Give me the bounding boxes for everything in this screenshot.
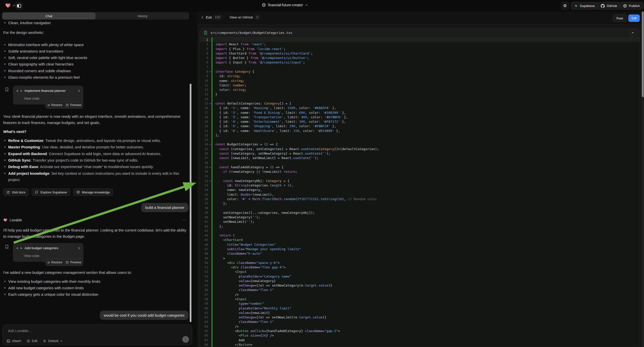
bullet-dot [4,22,6,24]
diff-toggle-button[interactable]: Diff [628,14,640,22]
model-selector[interactable]: Default [43,339,62,343]
code-text: const defaultCategories: Category[] = [ [212,101,640,106]
line-number: 18 [200,115,212,120]
bookmark-icon[interactable] [5,87,9,92]
line-number: 35 [200,192,212,197]
edit-button[interactable]: Edit [27,339,37,343]
code-line: 25 const [categories, setCategories] = R… [200,147,640,151]
line-number: 1 [200,38,212,42]
view-on-github-link[interactable]: View on GitHub [230,16,253,19]
code-text: { id: '6', name: 'Healthcare', limit: 15… [212,129,640,133]
chat-scrollbar-thumb[interactable] [190,84,192,322]
chat-input-actions: Attach Edit Default [7,339,62,343]
fold-chevron-icon[interactable] [209,144,211,145]
raw-toggle-button[interactable]: Raw [613,14,626,22]
assistant-help-text: I'll help you add budget categories to t… [3,227,188,240]
restore-button[interactable]: ↺ Restore [47,103,62,107]
code-line: 28 [200,160,640,165]
code-line: 35 limit: Number(newLimit), [200,192,640,197]
version-card-title: Add budget categories [25,246,75,250]
code-line: 14 [200,97,640,101]
code-line: 12 color: string; [200,88,640,92]
lovable-logo-heart-icon[interactable] [5,3,11,8]
github-icon [601,4,605,8]
fold-chevron-icon[interactable] [209,71,211,73]
file-added-icon [204,30,207,35]
code-line: 4import ChartCard from '@/components/ui/… [200,51,640,56]
code-text: const [newCategory, setNewCategory] = Re… [212,151,640,156]
view-code-link[interactable]: View code [24,96,39,100]
code-text [212,38,640,42]
code-line: 15const defaultCategories: Category[] = … [200,101,640,106]
project-switcher[interactable]: financial-future-creator [262,3,308,7]
line-number: 64 [200,324,212,329]
top-bar: financial-future-creator ⚙ Supabase GitH… [0,0,644,12]
attach-button[interactable]: Attach [7,339,21,343]
code-line: 55 onChange={(e) => setNewCategory(e.tar… [200,283,640,288]
line-number: 63 [200,320,212,324]
line-number: 47 [200,247,212,252]
collapse-file-button[interactable] [630,30,636,36]
diff-file-header[interactable]: src/components/budget/BudgetCategories.t… [200,28,640,38]
version-card-title: Implement financial planner [25,89,75,92]
code-line: 33 id: String(categories.length + 1), [200,183,640,188]
view-code-link[interactable]: View code [24,254,39,258]
tab-chat[interactable]: Chat [2,12,96,20]
publish-button[interactable]: Publish [620,2,643,10]
whats-next-heading: What's next? [3,130,26,134]
tab-history[interactable]: History [96,12,189,20]
bullet-item: Soft, neutral color palette with light b… [0,55,184,60]
code-text: <Button onClick={handleAddCategory} clas… [212,329,640,333]
manage-knowledge-button[interactable]: Manage knowledge [73,188,113,196]
code-text: <div className="space-y-6"> [212,260,640,265]
code-line: 64 /> [200,324,640,329]
code-line: 40 setNewCategory(''); [200,215,640,220]
fold-chevron-icon[interactable] [209,166,211,168]
exit-button[interactable]: Exit [206,16,212,20]
bookmark-icon[interactable] [5,245,9,249]
esc-key-badge: ESC [214,15,222,20]
code-text: }; [212,224,640,229]
fold-chevron-icon[interactable] [209,102,211,104]
whats-next-item: GitHub Sync: Transfer your project's cod… [0,157,185,163]
code-text: interface Category { [212,70,640,74]
visit-docs-button[interactable]: Visit docs [3,188,29,196]
code-text: type="number" [212,302,640,306]
file-path: src/components/budget/BudgetCategories.t… [210,31,292,34]
send-button[interactable]: ↑ [182,336,189,343]
code-line: 17 { id: '2', name: 'Food & Dining', lim… [200,110,640,115]
whats-next-item: Add project knowledge: Set key context o… [0,170,185,183]
image-icon [7,339,10,343]
window-scrollbar-thumb[interactable] [642,12,644,97]
line-number: 29 [200,165,212,170]
explore-supabase-button[interactable]: Explore Supabase [32,188,70,196]
code-line: 63 className="flex-1" [200,320,640,324]
code-line: 2import React from 'react'; [200,42,640,46]
code-text: value={newCategory} [212,279,640,283]
line-number: 31 [200,174,212,178]
fold-chevron-icon[interactable] [209,180,211,182]
supabase-button[interactable]: Supabase [571,2,598,10]
logo-chevron-down-icon[interactable] [12,4,15,7]
github-button[interactable]: GitHub [597,2,620,10]
preview-button[interactable]: Preview [66,103,81,107]
preview-button[interactable]: Preview [66,260,81,264]
sidebar-toggle-button[interactable] [16,2,22,9]
chat-input-box[interactable]: Ask Lovable... Attach Edit Default [2,324,192,345]
code-line: 23 [200,138,640,142]
code-text: onChange={(e) => setNewLimit(e.target.va… [212,315,640,320]
restore-button[interactable]: ↺ Restore [47,260,62,264]
message-more-button[interactable]: ··· [182,218,187,222]
code-text [212,138,640,142]
code-line: 34 name: newCategory, [200,188,640,192]
code-text: /> [212,292,640,297]
chat-input-placeholder[interactable]: Ask Lovable... [8,328,31,333]
bullet-item: Minimalist interface with plenty of whit… [0,42,184,47]
bullet-item: View existing budget categories with the… [0,279,184,284]
settings-button[interactable]: ⚙ [561,2,569,10]
code-text: className="flex-1" [212,320,640,324]
code-text: title="Budget Categories" [212,242,640,247]
publish-label: Publish [629,4,640,8]
code-line: 44 return ( [200,233,640,238]
code-lines[interactable]: 12import React from 'react';3import { Pl… [200,38,640,347]
